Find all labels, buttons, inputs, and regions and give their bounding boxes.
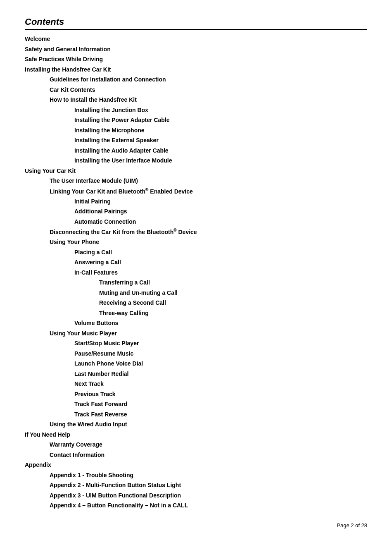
toc-item: Contact Information xyxy=(25,450,367,460)
toc-item: Appendix 3 - UIM Button Functional Descr… xyxy=(25,490,367,501)
toc-item: The User Interface Module (UIM) xyxy=(25,176,367,186)
toc-item: Using Your Music Player xyxy=(25,328,367,339)
toc-item: Start/Stop Music Player xyxy=(25,338,367,349)
toc-item: Answering a Call xyxy=(25,257,367,268)
toc-item: Appendix 1 - Trouble Shooting xyxy=(25,470,367,480)
toc-item: Volume Buttons xyxy=(25,318,367,328)
page-title: Contents xyxy=(25,17,367,30)
toc-item: Installing the Microphone xyxy=(25,125,367,136)
toc-item: Additional Pairings xyxy=(25,206,367,217)
toc-item: Track Fast Reverse xyxy=(25,409,367,420)
toc-item: Safety and General Information xyxy=(25,44,367,55)
toc-item: Placing a Call xyxy=(25,247,367,258)
toc-item: Receiving a Second Call xyxy=(25,298,367,308)
toc-item: Track Fast Forward xyxy=(25,399,367,409)
toc-item: Disconnecting the Car Kit from the Bluet… xyxy=(25,227,367,237)
toc-item: Transferring a Call xyxy=(25,277,367,288)
toc-item: Using Your Car Kit xyxy=(25,166,367,176)
toc-item: Appendix 4 – Button Functionality – Not … xyxy=(25,500,367,511)
toc-item: Muting and Un-muting a Call xyxy=(25,288,367,298)
toc-item: Next Track xyxy=(25,379,367,389)
toc-item: Warranty Coverage xyxy=(25,440,367,450)
toc-item: Safe Practices While Driving xyxy=(25,54,367,65)
toc-item: Appendix xyxy=(25,460,367,470)
toc-item: Three-way Calling xyxy=(25,308,367,318)
toc-item: Appendix 2 - Multi-Function Button Statu… xyxy=(25,480,367,490)
toc-item: Using Your Phone xyxy=(25,237,367,247)
page-footer: Page 2 of 28 xyxy=(337,522,367,528)
toc-item: Pause/Resume Music xyxy=(25,349,367,359)
toc-item: How to Install the Handsfree Kit xyxy=(25,95,367,105)
page-container: Contents WelcomeSafety and General Infor… xyxy=(25,17,367,528)
toc-item: Initial Pairing xyxy=(25,196,367,207)
toc-item: Installing the User Interface Module xyxy=(25,155,367,166)
toc-item: Previous Track xyxy=(25,389,367,399)
toc-item: Automatic Connection xyxy=(25,217,367,227)
toc-item: Last Number Redial xyxy=(25,369,367,379)
toc-item: Installing the Junction Box xyxy=(25,105,367,115)
toc-item: Car Kit Contents xyxy=(25,85,367,95)
toc-item: Installing the External Speaker xyxy=(25,135,367,146)
toc-item: If You Need Help xyxy=(25,430,367,440)
toc-item: Guidelines for Installation and Connecti… xyxy=(25,74,367,85)
toc-item: Installing the Power Adapter Cable xyxy=(25,115,367,125)
toc-item: Using the Wired Audio Input xyxy=(25,419,367,430)
toc-item: In-Call Features xyxy=(25,268,367,278)
toc-item: Welcome xyxy=(25,34,367,44)
toc-item: Linking Your Car Kit and Bluetooth® Enab… xyxy=(25,186,367,196)
toc-item: Installing the Audio Adapter Cable xyxy=(25,146,367,156)
toc-item: Installing the Handsfree Car Kit xyxy=(25,65,367,75)
toc-item: Launch Phone Voice Dial xyxy=(25,359,367,369)
table-of-contents: WelcomeSafety and General InformationSaf… xyxy=(25,34,367,511)
